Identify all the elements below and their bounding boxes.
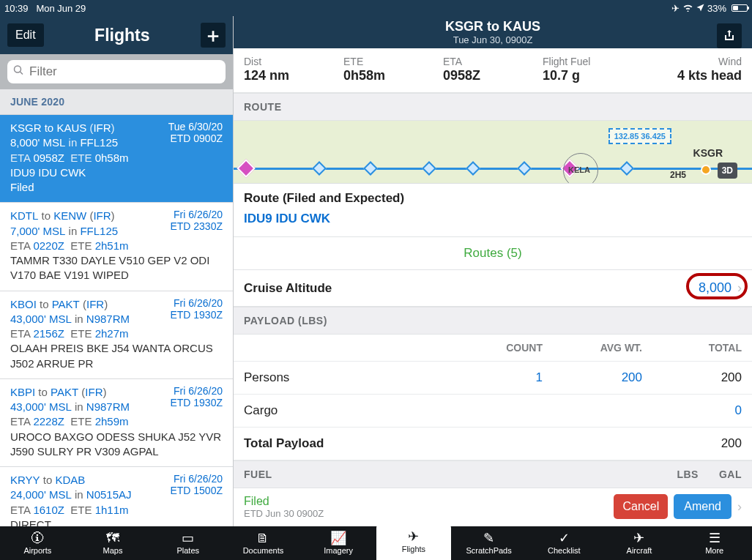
route-title: Route (Filed and Expected) (244, 191, 742, 206)
flight-list-item[interactable]: KBOI to PAKT (IFR)43,000' MSL in N987RME… (0, 291, 233, 379)
airports-icon: 🛈 (31, 531, 44, 545)
payload-header-row: COUNT AVG WT. TOTAL (234, 335, 752, 362)
edit-button[interactable]: Edit (7, 23, 44, 47)
fuel-value: 10.7 g (543, 68, 642, 83)
highlight-annotation (686, 273, 748, 299)
detail-header: KSGR to KAUS Tue Jun 30, 0900Z (234, 16, 752, 48)
tab-bar: 🛈Airports 🗺Maps ▭Plates 🗎Documents 📈Imag… (0, 526, 752, 560)
month-header: JUNE 2020 (0, 89, 233, 115)
amend-button[interactable]: Amend (674, 494, 731, 519)
wind-label: Wind (642, 56, 742, 67)
sidebar-header: Edit Flights ＋ (0, 16, 233, 54)
aircraft-icon: ✈ (633, 531, 644, 545)
svg-line-1 (21, 72, 23, 75)
persons-label: Persons (244, 370, 443, 385)
tab-imagery[interactable]: 📈Imagery (301, 526, 376, 560)
cargo-total[interactable]: 0 (642, 403, 742, 418)
cruise-altitude-row[interactable]: Cruise Altitude 8,000 › (234, 270, 752, 307)
tab-plates[interactable]: ▭Plates (150, 526, 226, 560)
wifi-icon (682, 3, 693, 14)
flights-sidebar: Edit Flights ＋ JUNE 2020 KSGR to KAUS (I… (0, 16, 233, 526)
gal-header: GAL (719, 468, 742, 480)
flight-list-item[interactable]: KBPI to PAKT (IFR)43,000' MSL in N987RME… (0, 379, 233, 467)
kela-waypoint: KELA (563, 153, 598, 184)
cancel-button[interactable]: Cancel (614, 494, 668, 519)
status-date: Mon Jun 29 (36, 3, 86, 14)
tab-scratchpads[interactable]: ✎ScratchPads (451, 526, 526, 560)
battery-percent: 33% (707, 3, 726, 14)
filed-sub: ETD Jun 30 0900Z (244, 508, 324, 519)
sidebar-title: Flights (44, 26, 201, 45)
ksgr-label: KSGR (693, 147, 723, 159)
cargo-row[interactable]: Cargo 0 (234, 395, 752, 428)
persons-row[interactable]: Persons 1 200 200 (234, 362, 752, 395)
location-icon (696, 3, 704, 14)
aircraft-dot-icon (701, 165, 711, 175)
airplane-mode-icon: ✈︎ (671, 3, 680, 14)
plates-icon: ▭ (182, 531, 194, 545)
scratchpads-icon: ✎ (483, 531, 494, 545)
avgwt-header: AVG WT. (543, 342, 642, 354)
total-payload-row: Total Payload 200 (234, 428, 752, 460)
payload-section-header: PAYLOAD (LBS) (234, 307, 752, 335)
filter-input[interactable] (7, 60, 226, 83)
map-coordinates: 132.85 36.425 (608, 128, 671, 144)
tab-airports[interactable]: 🛈Airports (0, 526, 75, 560)
filed-label: Filed (244, 495, 324, 508)
map-3d-button[interactable]: 3D (718, 163, 737, 179)
flight-detail: KSGR to KAUS Tue Jun 30, 0900Z Dist124 n… (233, 16, 752, 526)
flights-icon: ✈︎ (408, 530, 419, 543)
dist-label: Dist (244, 56, 343, 67)
tab-aircraft[interactable]: ✈Aircraft (602, 526, 677, 560)
svg-point-0 (15, 66, 21, 72)
tab-documents[interactable]: 🗎Documents (226, 526, 301, 560)
persons-count[interactable]: 1 (443, 370, 543, 385)
status-time: 10:39 (4, 3, 29, 14)
route-value: IDU9 IDU CWK (244, 212, 742, 226)
route-map[interactable]: KELA 132.85 36.425 KSGR 2H5 3D (234, 121, 752, 184)
count-header: COUNT (443, 342, 543, 354)
total-payload-label: Total Payload (244, 436, 443, 451)
total-header: TOTAL (642, 342, 742, 354)
fuel-label: Flight Fuel (543, 56, 642, 67)
detail-subtitle: Tue Jun 30, 0900Z (445, 34, 540, 45)
route-block[interactable]: Route (Filed and Expected) IDU9 IDU CWK (234, 184, 752, 237)
filed-row[interactable]: Filed ETD Jun 30 0900Z Cancel Amend › (234, 488, 752, 526)
h2-label: 2H5 (670, 170, 686, 180)
routes-button[interactable]: Routes (5) (234, 237, 752, 270)
cruise-label: Cruise Altitude (244, 281, 332, 296)
fuel-section-header: FUEL LBS GAL (234, 460, 752, 488)
tab-checklist[interactable]: ✓Checklist (526, 526, 602, 560)
tab-flights[interactable]: ✈︎Flights (376, 523, 452, 560)
total-payload-value: 200 (642, 436, 742, 451)
flight-list-item[interactable]: KSGR to KAUS (IFR)8,000' MSL in FFL125ET… (0, 115, 233, 203)
tab-more[interactable]: ☰More (677, 526, 752, 560)
cargo-label: Cargo (244, 403, 443, 418)
documents-icon: 🗎 (256, 531, 269, 545)
ete-label: ETE (343, 56, 443, 67)
flight-list-item[interactable]: KRYY to KDAB24,000' MSL in N0515AJETA 16… (0, 467, 233, 526)
maps-icon: 🗺 (106, 531, 119, 545)
chevron-right-icon: › (737, 499, 742, 515)
flight-list-item[interactable]: KDTL to KENW (IFR)7,000' MSL in FFL125ET… (0, 203, 233, 291)
eta-label: ETA (443, 56, 543, 67)
persons-total: 200 (642, 370, 742, 385)
ete-value: 0h58m (343, 68, 443, 83)
persons-avg[interactable]: 200 (543, 370, 642, 385)
detail-title: KSGR to KAUS (445, 19, 540, 34)
share-button[interactable] (717, 23, 742, 48)
route-section-header: ROUTE (234, 93, 752, 121)
imagery-icon: 📈 (330, 531, 346, 545)
more-icon: ☰ (709, 531, 721, 545)
lbs-header: LBS (677, 468, 699, 480)
add-flight-button[interactable]: ＋ (201, 23, 226, 48)
status-bar: 10:39 Mon Jun 29 ✈︎ 33% (0, 0, 752, 16)
battery-icon (731, 4, 748, 12)
flight-list: KSGR to KAUS (IFR)8,000' MSL in FFL125ET… (0, 115, 233, 526)
eta-value: 0958Z (443, 68, 543, 83)
flight-stats: Dist124 nm ETE0h58m ETA0958Z Flight Fuel… (234, 48, 752, 93)
dist-value: 124 nm (244, 68, 343, 83)
wind-value: 4 kts head (642, 68, 742, 83)
tab-maps[interactable]: 🗺Maps (75, 526, 151, 560)
search-icon (13, 65, 24, 79)
